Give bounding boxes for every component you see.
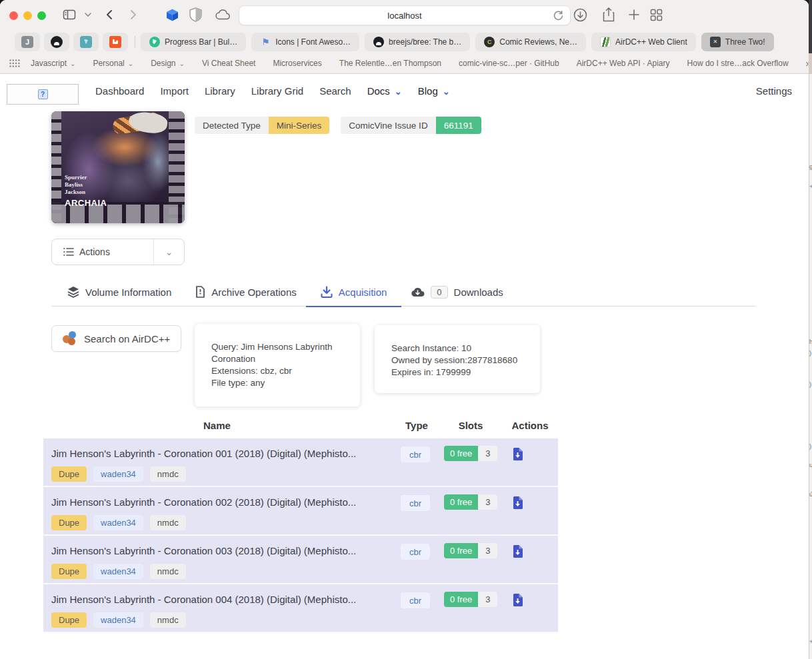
tab-favicon [484, 37, 495, 47]
browser-tab[interactable]: Progress Bar | Bul… [141, 33, 246, 51]
result-row[interactable]: Jim Henson's Labyrinth - Coronation 004 … [43, 584, 558, 633]
tab-acquisition[interactable]: Acquisition [321, 282, 387, 302]
background-text-fragment: + [809, 184, 812, 190]
result-title: Jim Henson's Labyrinth - Coronation 004 … [51, 594, 395, 605]
favorites-bookmark[interactable]: Design [151, 59, 185, 68]
browser-tab[interactable]: Icons | Font Aweso… [251, 33, 359, 51]
pinned-tab[interactable] [103, 33, 128, 51]
cloud-icon[interactable] [215, 9, 231, 20]
slots-total: 3 [478, 446, 497, 461]
back-icon[interactable] [104, 9, 116, 21]
favorites-bookmark[interactable]: The Relentle…en Thompson [339, 59, 441, 68]
tab-downloads[interactable]: 0 Downloads [411, 282, 503, 302]
minimize-window-button[interactable] [23, 11, 32, 20]
favorites-bookmark[interactable]: comic-vine-sc…per · GitHub [459, 59, 559, 68]
column-actions: Actions [510, 420, 550, 431]
result-type-badge: cbr [401, 544, 430, 560]
tab-overview-icon[interactable] [650, 9, 663, 21]
shield-icon[interactable] [189, 7, 202, 22]
nav-link[interactable]: Blog [418, 85, 450, 97]
background-text-fragment: ) [809, 444, 811, 450]
user-badge[interactable]: waden34 [93, 466, 143, 482]
forward-icon[interactable] [127, 9, 139, 21]
browser-tab[interactable]: breejs/bree: The b… [365, 33, 470, 51]
airdc-logo-icon [63, 331, 77, 346]
download-file-button[interactable] [509, 494, 525, 510]
close-window-button[interactable] [9, 11, 18, 20]
browser-tab[interactable]: Comic Reviews, Ne… [475, 33, 586, 51]
tab-volume-information[interactable]: Volume Information [67, 282, 171, 302]
favorites-overflow-chevron[interactable]: » [806, 58, 809, 69]
source-badge: nmdc [150, 515, 186, 530]
download-file-button[interactable] [509, 446, 525, 462]
search-on-airdc-button[interactable]: Search on AirDC++ [51, 325, 181, 352]
favorites-bookmark[interactable]: Microservices [273, 59, 321, 68]
user-badge[interactable]: waden34 [93, 564, 143, 579]
tab-title: Three Two! [725, 37, 765, 47]
comic-cover-image[interactable]: Spurrier Bayliss Jackson ARCHAIA [51, 111, 185, 223]
nav-link[interactable]: Docs [367, 85, 402, 97]
comicvine-id-value: 661191 [436, 117, 481, 134]
result-title: Jim Henson's Labyrinth - Coronation 001 … [51, 448, 395, 459]
user-badge[interactable]: waden34 [93, 515, 143, 530]
frequently-visited-icon[interactable] [9, 59, 20, 67]
broken-logo-image [7, 84, 79, 105]
list-icon [63, 247, 74, 257]
detected-type-badge: Detected Type Mini-Series [195, 117, 329, 134]
result-badges: Dupe waden34 nmdc [51, 612, 186, 628]
slots-free: 0 free [444, 494, 478, 510]
nav-link[interactable]: Dashboard [95, 85, 144, 97]
sidebar-chevron-icon[interactable] [84, 11, 92, 19]
result-slots-badge: 0 free 3 [444, 494, 497, 510]
results-header: Name Type Slots Actions [43, 416, 558, 438]
sidebar-icon[interactable] [63, 8, 76, 21]
nav-link[interactable]: Library Grid [251, 85, 303, 97]
pinned-tab[interactable]: J [15, 33, 40, 51]
actions-dropdown[interactable]: Actions [51, 239, 185, 265]
favorites-bookmark[interactable]: How do I stre…ack Overflow [687, 59, 789, 68]
browser-tab-bar: J Progress Bar | Bul… Icons | Font Aweso… [0, 30, 809, 53]
result-title: Jim Henson's Labyrinth - Coronation 003 … [51, 545, 395, 556]
browser-tab[interactable]: Three Two! [701, 33, 774, 51]
actions-chevron-icon[interactable] [153, 239, 184, 265]
pinned-tab-favicon: J [21, 36, 33, 48]
background-text-fragment: ) [809, 350, 811, 356]
tab-archive-operations[interactable]: Archive Operations [195, 282, 297, 302]
new-tab-icon[interactable] [628, 9, 640, 21]
share-icon[interactable] [602, 7, 615, 23]
favorites-bookmark[interactable]: Vi Cheat Sheet [202, 59, 256, 68]
expires-line: Expires in: 1799999 [391, 366, 527, 378]
zoom-window-button[interactable] [37, 11, 46, 20]
pinned-tab[interactable] [73, 33, 99, 51]
address-bar[interactable]: localhost [239, 5, 571, 25]
favorites-bookmark[interactable]: Personal [93, 59, 133, 68]
favorites-bookmark[interactable]: Javascript [31, 59, 75, 68]
reload-icon[interactable] [553, 10, 564, 21]
extension-cube-icon[interactable] [165, 8, 179, 22]
tab-favicon [149, 37, 160, 47]
safari-window: localhost J [0, 0, 809, 659]
result-row[interactable]: Jim Henson's Labyrinth - Coronation 003 … [43, 536, 558, 584]
download-file-button[interactable] [509, 543, 525, 559]
result-slots-badge: 0 free 3 [444, 543, 497, 558]
background-text-fragment: ú [809, 492, 812, 498]
instance-info-card: Search Instance: 10 Owned by session:287… [375, 325, 540, 393]
user-badge[interactable]: waden34 [93, 612, 143, 628]
browser-tab[interactable]: AirDC++ Web Client [591, 33, 696, 51]
pinned-tab-favicon [51, 36, 63, 48]
slots-free: 0 free [444, 592, 478, 607]
favorites-bookmark[interactable]: AirDC++ Web API · Apiary [577, 59, 670, 68]
pinned-tab[interactable] [44, 33, 69, 51]
browser-toolbar: localhost [0, 0, 809, 30]
file-type-line: File type: any [211, 377, 340, 389]
tab-favicon [373, 37, 384, 47]
download-file-button[interactable] [509, 592, 525, 608]
result-row[interactable]: Jim Henson's Labyrinth - Coronation 001 … [43, 438, 558, 487]
nav-link[interactable]: Import [160, 85, 189, 97]
nav-link[interactable]: Search [319, 85, 351, 97]
nav-settings-link[interactable]: Settings [756, 85, 792, 97]
session-line: Owned by session:2877818680 [391, 354, 527, 366]
downloads-icon[interactable] [573, 8, 587, 22]
result-row[interactable]: Jim Henson's Labyrinth - Coronation 002 … [43, 487, 558, 536]
nav-link[interactable]: Library [205, 85, 235, 97]
